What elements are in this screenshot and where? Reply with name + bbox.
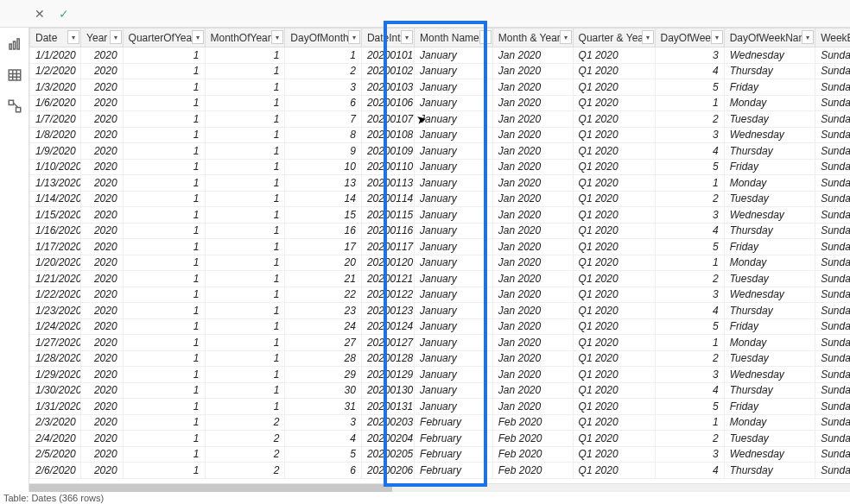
chevron-down-icon[interactable]: ▾	[192, 30, 204, 44]
cell[interactable]: January	[415, 223, 493, 239]
cell[interactable]: 14	[285, 191, 362, 207]
cell[interactable]: Jan 2020	[492, 399, 573, 415]
chevron-down-icon[interactable]: ▾	[271, 30, 283, 44]
table-row[interactable]: 1/17/20202020111720200117JanuaryJan 2020…	[30, 239, 851, 255]
cell[interactable]: 1	[205, 382, 285, 399]
cell[interactable]: 1	[655, 255, 724, 271]
table-row[interactable]: 1/8/2020202011820200108JanuaryJan 2020Q1…	[30, 127, 851, 143]
table-row[interactable]: 1/29/20202020112920200129JanuaryJan 2020…	[30, 367, 851, 383]
cell[interactable]: Jan 2020	[492, 79, 573, 96]
report-view-tab[interactable]	[5, 35, 24, 54]
cell[interactable]: 20200109	[361, 143, 414, 160]
cell[interactable]: 1	[205, 399, 285, 415]
table-row[interactable]: 1/20/20202020112020200120JanuaryJan 2020…	[30, 255, 851, 271]
cell[interactable]: Jan 2020	[492, 191, 573, 207]
cell[interactable]: Q1 2020	[573, 350, 655, 367]
cell[interactable]: 1	[123, 382, 205, 399]
cell[interactable]: February	[415, 431, 493, 447]
cell[interactable]: Sunday, Janu	[815, 255, 850, 271]
cell[interactable]: 4	[655, 382, 724, 399]
cell[interactable]: 1	[205, 111, 285, 128]
cell[interactable]: 1/30/2020	[30, 382, 81, 399]
cell[interactable]: January	[415, 175, 493, 192]
cell[interactable]: Jan 2020	[492, 63, 573, 79]
cell[interactable]: 2020	[81, 111, 124, 128]
cell[interactable]: 31	[285, 399, 362, 415]
cell[interactable]: Jan 2020	[492, 303, 573, 319]
cell[interactable]: 1	[123, 287, 205, 303]
cell[interactable]: 20200110	[361, 159, 414, 175]
cell[interactable]: 23	[285, 303, 362, 319]
cell[interactable]: Tuesday	[724, 271, 815, 287]
cell[interactable]: 1	[205, 63, 285, 79]
cell[interactable]: 20200204	[361, 431, 414, 447]
column-header[interactable]: DayOfWeekName▾	[724, 28, 815, 47]
column-header[interactable]: WeekEndi	[815, 28, 850, 47]
cell[interactable]: 2020	[81, 463, 124, 479]
cell[interactable]: 2020	[81, 431, 124, 447]
cell[interactable]: Monday	[724, 335, 815, 351]
cell[interactable]: Jan 2020	[492, 255, 573, 271]
chevron-down-icon[interactable]: ▾	[479, 30, 492, 44]
cell[interactable]: 1/22/2020	[30, 287, 81, 303]
cell[interactable]: 2020	[81, 79, 124, 96]
cell[interactable]: Q1 2020	[573, 335, 655, 351]
cell[interactable]: 20200203	[361, 414, 414, 431]
cell[interactable]: January	[415, 207, 493, 224]
cell[interactable]: 3	[655, 446, 724, 463]
cell[interactable]: 20200131	[361, 399, 414, 415]
table-row[interactable]: 1/1/2020202011120200101JanuaryJan 2020Q1…	[30, 47, 851, 64]
cell[interactable]: January	[415, 382, 493, 399]
cell[interactable]: 2020	[81, 399, 124, 415]
cell[interactable]: Jan 2020	[492, 95, 573, 111]
cell[interactable]: Q1 2020	[573, 367, 655, 383]
table-row[interactable]: 1/27/20202020112720200127JanuaryJan 2020…	[30, 335, 851, 351]
cell[interactable]: 1	[655, 335, 724, 351]
cell[interactable]: 2020	[81, 382, 124, 399]
cell[interactable]: 4	[655, 143, 724, 160]
cell[interactable]: 2020	[81, 255, 124, 271]
cell[interactable]: Q1 2020	[573, 127, 655, 143]
table-row[interactable]: 1/24/20202020112420200124JanuaryJan 2020…	[30, 318, 851, 335]
cell[interactable]: 1	[655, 95, 724, 111]
cell[interactable]: 10	[285, 159, 362, 175]
cell[interactable]: 1/17/2020	[30, 239, 81, 255]
cell[interactable]: 2020	[81, 303, 124, 319]
cell[interactable]: 20200106	[361, 95, 414, 111]
cell[interactable]: 1	[205, 255, 285, 271]
cell[interactable]: 1/13/2020	[30, 175, 81, 192]
cell[interactable]: Feb 2020	[492, 431, 573, 447]
cell[interactable]: Tuesday	[724, 111, 815, 128]
chevron-down-icon[interactable]: ▾	[67, 30, 79, 44]
cell[interactable]: 1	[123, 159, 205, 175]
cell[interactable]: Q1 2020	[573, 382, 655, 399]
cell[interactable]: Q1 2020	[573, 95, 655, 111]
cell[interactable]: 16	[285, 223, 362, 239]
cell[interactable]: 20200103	[361, 79, 414, 96]
table-row[interactable]: 1/3/2020202011320200103JanuaryJan 2020Q1…	[30, 79, 851, 96]
cell[interactable]: 2020	[81, 175, 124, 192]
chevron-down-icon[interactable]: ▾	[110, 30, 122, 44]
cell[interactable]: 1	[123, 303, 205, 319]
cell[interactable]: Sunday, Janu	[815, 175, 850, 192]
cell[interactable]: 1	[123, 446, 205, 463]
cell[interactable]: Monday	[724, 175, 815, 192]
cell[interactable]: 1	[205, 350, 285, 367]
table-row[interactable]: 1/13/20202020111320200113JanuaryJan 2020…	[30, 175, 851, 192]
cell[interactable]: 1/2/2020	[30, 63, 81, 79]
cell[interactable]: Sunday, Janu	[815, 79, 850, 96]
table-row[interactable]: 1/7/2020202011720200107JanuaryJan 2020Q1…	[30, 111, 851, 128]
cell[interactable]: Sunday, Janu	[815, 207, 850, 224]
cell[interactable]: February	[415, 446, 493, 463]
cell[interactable]: Q1 2020	[573, 271, 655, 287]
cell[interactable]: January	[415, 79, 493, 96]
cell[interactable]: Q1 2020	[573, 159, 655, 175]
cell[interactable]: Wednesday	[724, 127, 815, 143]
cell[interactable]: 20200115	[361, 207, 414, 224]
cell[interactable]: Feb 2020	[492, 463, 573, 479]
cell[interactable]: Sunday, Febru	[815, 431, 850, 447]
table-row[interactable]: 2/3/2020202012320200203FebruaryFeb 2020Q…	[30, 414, 851, 431]
cell[interactable]: Jan 2020	[492, 335, 573, 351]
cell[interactable]: Sunday, Febru	[815, 399, 850, 415]
cell[interactable]: Jan 2020	[492, 318, 573, 335]
